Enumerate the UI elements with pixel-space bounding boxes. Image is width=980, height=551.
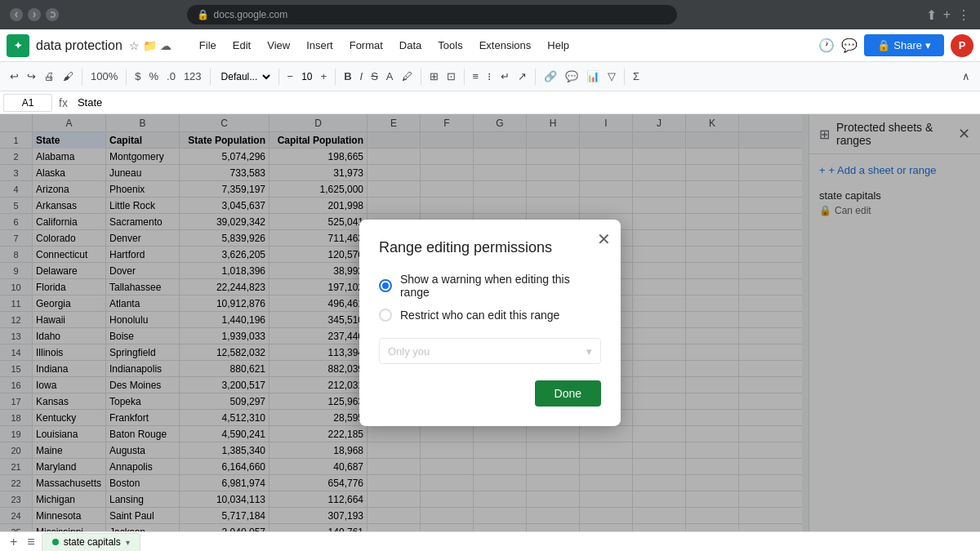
main-area: A B C D E F G H I J K 123456789101112131… <box>0 114 980 531</box>
collapse-btn[interactable]: ∧ <box>959 66 973 87</box>
done-button[interactable]: Done <box>535 380 601 407</box>
browser-right: ⬆ + ⋮ <box>926 7 970 23</box>
sheet-tab-capitals[interactable]: state capitals ▾ <box>42 533 140 551</box>
app-menus: File Edit View Insert Format Data Tools … <box>191 36 577 55</box>
modal-overlay: Range editing permissions ✕ Show a warni… <box>0 114 980 531</box>
font-size-increase[interactable]: + <box>318 66 331 87</box>
menu-tools[interactable]: Tools <box>430 36 470 55</box>
menu-format[interactable]: Format <box>341 36 391 55</box>
font-color-btn[interactable]: A <box>383 66 397 87</box>
browser-forward-btn[interactable] <box>28 8 41 21</box>
menu-view[interactable]: View <box>259 36 298 55</box>
comment-icon[interactable]: 💬 <box>841 38 858 53</box>
sheet-tab-label: state capitals <box>64 536 121 548</box>
redo-btn[interactable]: ↪ <box>24 66 39 87</box>
percent-btn[interactable]: % <box>145 66 162 87</box>
browser-share-icon[interactable]: ⬆ <box>926 7 937 23</box>
browser-new-tab-icon[interactable]: + <box>943 7 951 22</box>
formula-bar: fx <box>0 91 980 114</box>
app-title: data protection <box>36 38 122 53</box>
add-sheet-btn[interactable]: + <box>7 535 20 549</box>
modal-footer: Done <box>379 380 601 407</box>
browser-refresh-btn[interactable] <box>46 8 59 21</box>
lock-share-icon: 🔒 <box>877 39 890 51</box>
divider-8 <box>535 69 536 85</box>
menu-data[interactable]: Data <box>391 36 430 55</box>
decimal-more-btn[interactable]: 123 <box>180 66 205 87</box>
wrap-btn[interactable]: ↵ <box>497 66 513 87</box>
menu-help[interactable]: Help <box>539 36 577 55</box>
divider-2 <box>126 69 127 85</box>
function-btn[interactable]: Σ <box>630 66 643 87</box>
borders-btn[interactable]: ⊞ <box>426 66 442 87</box>
menu-file[interactable]: File <box>191 36 225 55</box>
bold-btn[interactable]: B <box>341 66 354 87</box>
modal-dialog: Range editing permissions ✕ Show a warni… <box>359 220 621 426</box>
star-icon[interactable]: ☆ <box>129 39 140 52</box>
share-label: Share <box>893 39 922 51</box>
highlight-btn[interactable]: 🖊 <box>399 66 416 87</box>
modal-close-btn[interactable]: ✕ <box>597 229 611 249</box>
cell-reference-input[interactable] <box>3 94 52 112</box>
strikethrough-btn[interactable]: S <box>368 66 381 87</box>
browser-controls <box>10 8 59 21</box>
rotate-btn[interactable]: ↗ <box>514 66 530 87</box>
undo-btn[interactable]: ↩ <box>7 66 22 87</box>
radio-restrict-label: Restrict who can edit this range <box>400 309 559 322</box>
cloud-icon[interactable]: ☁ <box>160 39 172 52</box>
avatar-letter: P <box>959 39 966 51</box>
tab-chevron-icon: ▾ <box>126 538 130 547</box>
divider-1 <box>82 69 82 85</box>
folder-icon[interactable]: 📁 <box>143 39 157 52</box>
divider-9 <box>624 69 625 85</box>
dropdown-chevron-icon: ▾ <box>586 345 592 358</box>
chart-btn[interactable]: 📊 <box>583 66 603 87</box>
sheet-tabs: + ≡ state capitals ▾ <box>0 531 980 551</box>
valign-btn[interactable]: ⫶ <box>483 66 496 87</box>
radio-warn-label: Show a warning when editing this range <box>400 273 601 299</box>
radio-option-restrict[interactable]: Restrict who can edit this range <box>379 309 601 322</box>
font-size-decrease[interactable]: − <box>284 66 297 87</box>
restrict-dropdown[interactable]: Only you ▾ <box>379 338 601 364</box>
decimal-less-btn[interactable]: .0 <box>163 66 179 87</box>
divider-7 <box>464 69 465 85</box>
browser-bar: 🔒 docs.google.com ⬆ + ⋮ <box>0 0 980 29</box>
share-chevron-icon: ▾ <box>925 39 931 51</box>
header-right: 🕐 💬 🔒 Share ▾ P <box>818 34 973 57</box>
app-header: ✦ data protection ☆ 📁 ☁ File Edit View I… <box>0 29 980 62</box>
font-select[interactable]: Defaul... <box>216 67 274 87</box>
sheet-menu-btn[interactable]: ≡ <box>24 535 38 549</box>
link-btn[interactable]: 🔗 <box>541 66 560 87</box>
share-button[interactable]: 🔒 Share ▾ <box>864 34 944 56</box>
title-icons: ☆ 📁 ☁ <box>129 39 172 52</box>
tab-color-dot <box>52 539 59 545</box>
toolbar: ↩ ↪ 🖨 🖌 100% $ % .0 123 Defaul... − 10 +… <box>0 62 980 91</box>
align-btn[interactable]: ≡ <box>470 66 483 87</box>
dropdown-placeholder: Only you <box>388 345 430 358</box>
browser-menu-icon[interactable]: ⋮ <box>957 7 970 23</box>
user-avatar[interactable]: P <box>951 34 973 57</box>
currency-btn[interactable]: $ <box>131 66 144 87</box>
italic-btn[interactable]: I <box>357 66 367 87</box>
comment-add-btn[interactable]: 💬 <box>562 66 581 87</box>
menu-extensions[interactable]: Extensions <box>471 36 540 55</box>
print-btn[interactable]: 🖨 <box>41 66 58 87</box>
history-icon[interactable]: 🕐 <box>818 38 835 53</box>
filter-btn[interactable]: ▽ <box>604 66 619 87</box>
menu-insert[interactable]: Insert <box>298 36 341 55</box>
address-bar[interactable]: 🔒 docs.google.com <box>187 5 677 24</box>
radio-option-warn[interactable]: Show a warning when editing this range <box>379 273 601 299</box>
merge-btn[interactable]: ⊡ <box>443 66 459 87</box>
menu-edit[interactable]: Edit <box>225 36 259 55</box>
url-text: docs.google.com <box>214 9 288 20</box>
formula-input[interactable] <box>74 94 977 112</box>
radio-warn-circle <box>379 279 392 292</box>
divider-4 <box>278 69 279 85</box>
paint-format-btn[interactable]: 🖌 <box>60 66 77 87</box>
divider-3 <box>210 69 211 85</box>
font-size-display: 10 <box>298 71 315 82</box>
zoom-display[interactable]: 100% <box>87 66 121 87</box>
divider-5 <box>335 69 336 85</box>
radio-restrict-circle <box>379 309 392 322</box>
browser-back-btn[interactable] <box>10 8 23 21</box>
